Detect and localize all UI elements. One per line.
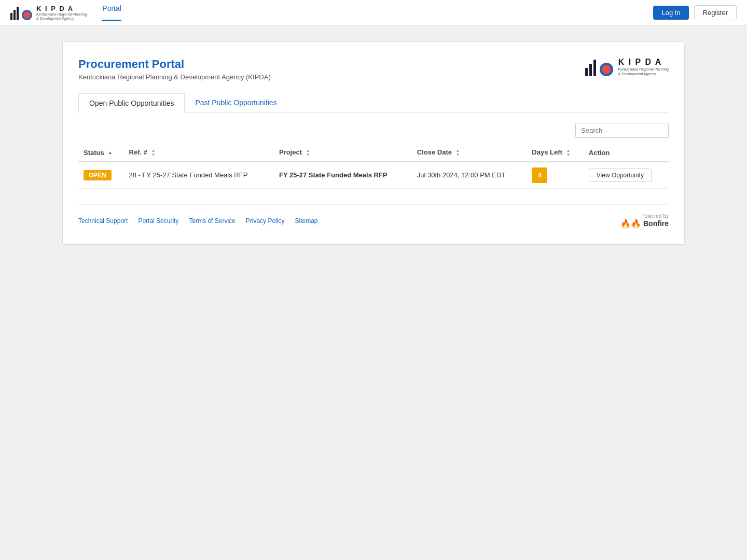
portal-subtitle: Kentuckiana Regional Planning & Developm… [78,73,271,81]
cell-days-left: 4 [527,162,583,189]
kipda-bar-2 [589,64,592,76]
footer-link-terms[interactable]: Terms of Service [189,217,235,225]
top-navigation: K I P D A Kentuckiana Regional Planning&… [0,0,747,26]
kipda-circle-icon [600,63,613,76]
col-ref: Ref. # ▲ ▼ [124,144,274,162]
cell-ref: 28 - FY 25-27 State Funded Meals RFP [124,162,274,189]
opportunities-table: Status ▲ Ref. # ▲ ▼ Project [78,144,669,189]
logo-kipda-subtext: Kentuckiana Regional Planning& Developme… [36,12,87,21]
status-badge: OPEN [84,170,112,180]
kipda-bar-3 [593,60,596,76]
col-action: Action [584,144,669,162]
nav-right: Log In Register [653,5,737,20]
logo-bars-icon [10,6,32,20]
status-sort-icon[interactable]: ▲ [108,151,112,155]
view-opportunity-button[interactable]: View Opportunity [589,169,652,182]
portal-title: Procurement Portal [78,58,271,71]
card-header: Procurement Portal Kentuckiana Regional … [78,58,669,81]
table-body: OPEN 28 - FY 25-27 State Funded Meals RF… [78,162,669,189]
powered-by-text: Powered by [641,213,669,219]
kipda-logo: K I P D A Kentuckiana Regional Planning&… [10,5,87,21]
bonfire-icon: 🔥🔥 [620,219,641,229]
footer-link-privacy[interactable]: Privacy Policy [246,217,285,225]
kipda-logo-right: K I P D A Kentuckiana Regional Planning&… [585,58,669,76]
card-footer: Technical Support Portal Security Terms … [78,204,669,229]
nav-left: K I P D A Kentuckiana Regional Planning&… [10,4,121,21]
powered-by-block: Powered by 🔥🔥 Bonfire [620,213,669,229]
close-date-sort-icon[interactable]: ▲ ▼ [456,149,460,157]
project-name: FY 25-27 State Funded Meals RFP [279,171,388,179]
table-header: Status ▲ Ref. # ▲ ▼ Project [78,144,669,162]
footer-link-portal-security[interactable]: Portal Security [138,217,178,225]
footer-link-technical-support[interactable]: Technical Support [78,217,128,225]
tab-past-opportunities[interactable]: Past Public Opportunities [185,93,287,113]
cell-project: FY 25-27 State Funded Meals RFP [274,162,412,189]
main-content: Procurement Portal Kentuckiana Regional … [0,26,747,260]
register-button[interactable]: Register [694,5,737,20]
cell-close-date: Jul 30th 2024, 12:00 PM EDT [412,162,527,189]
kipda-subtitle-text: Kentuckiana Regional Planning& Developme… [618,67,669,76]
login-button[interactable]: Log In [653,6,688,20]
ref-sort-icon[interactable]: ▲ ▼ [151,149,156,157]
days-left-sort-icon[interactable]: ▲ ▼ [566,149,571,157]
table-header-row: Status ▲ Ref. # ▲ ▼ Project [78,144,669,162]
col-status: Status ▲ [78,144,124,162]
table-row: OPEN 28 - FY 25-27 State Funded Meals RF… [78,162,669,189]
logo-kipda-text: K I P D A [36,5,87,12]
logo-bar-1 [10,13,12,20]
table-toolbar [78,123,669,138]
days-left-badge: 4 [532,167,547,183]
col-close-date: Close Date ▲ ▼ [412,144,527,162]
logo-circle-icon [22,10,32,20]
kipda-right-logo-bars [585,58,613,76]
tabs-container: Open Public Opportunities Past Public Op… [78,93,669,113]
portal-nav-link[interactable]: Portal [102,4,121,21]
cell-status: OPEN [78,162,124,189]
col-days-left: Days Left ▲ ▼ [527,144,583,162]
logo-bar-2 [13,10,16,20]
bonfire-name: Bonfire [643,219,669,228]
kipda-bar-1 [585,68,588,76]
portal-card: Procurement Portal Kentuckiana Regional … [62,41,685,245]
kipda-text-block: K I P D A Kentuckiana Regional Planning&… [618,58,669,76]
tab-open-opportunities[interactable]: Open Public Opportunities [78,93,185,113]
logo-bar-3 [17,7,19,20]
bonfire-logo: 🔥🔥 Bonfire [620,219,669,229]
project-sort-icon[interactable]: ▲ ▼ [306,149,310,157]
logo-text-block: K I P D A Kentuckiana Regional Planning&… [36,5,87,21]
portal-title-block: Procurement Portal Kentuckiana Regional … [78,58,271,81]
search-input[interactable] [575,123,669,138]
kipda-title-text: K I P D A [618,58,669,67]
cell-action: View Opportunity [584,162,669,189]
footer-link-sitemap[interactable]: Sitemap [295,217,317,225]
col-project: Project ▲ ▼ [274,144,412,162]
footer-links: Technical Support Portal Security Terms … [78,217,318,225]
